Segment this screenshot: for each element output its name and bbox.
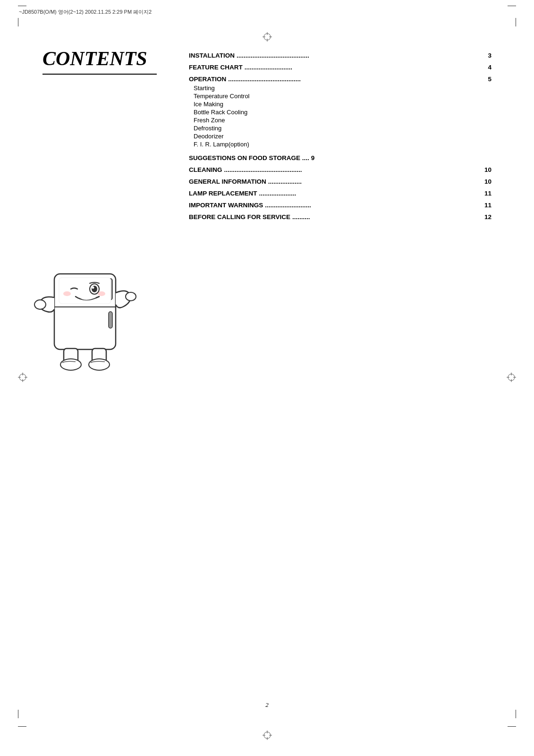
border-mark-right-top <box>516 18 516 26</box>
toc-item-defrosting: Defrosting <box>194 125 492 132</box>
toc-item-starting: Starting <box>194 85 492 92</box>
toc-dots-installation: ........................................… <box>237 52 486 59</box>
border-mark-top-right <box>508 6 516 6</box>
border-mark-left-bottom <box>18 710 18 718</box>
toc-label-general-info: GENERAL INFORMATION <box>189 178 266 185</box>
toc-label-bottle-rack: Bottle Rack Cooling <box>194 109 247 116</box>
toc-label-suggestions: SUGGESTIONS ON FOOD STORAGE .... <box>189 154 309 161</box>
toc-item-ice-making: Ice Making <box>194 101 492 108</box>
toc-label-feature-chart: FEATURE CHART <box>189 64 243 71</box>
toc-page-important-warnings: 11 <box>484 202 492 209</box>
doc-header-text: ~JD8507B(O/M) 영어(2~12) 2002.11.25 2:29 P… <box>19 8 152 16</box>
toc-label-starting: Starting <box>194 85 215 92</box>
doc-header: ~JD8507B(O/M) 영어(2~12) 2002.11.25 2:29 P… <box>19 8 515 16</box>
toc-label-installation: INSTALLATION <box>189 52 235 59</box>
toc-item-general-info: GENERAL INFORMATION ................... … <box>189 178 492 185</box>
right-crosshair <box>507 373 516 384</box>
toc-label-important-warnings: IMPORTANT WARNINGS <box>189 202 263 209</box>
toc-dots-important-warnings: .......................... <box>265 202 483 209</box>
toc-label-defrosting: Defrosting <box>194 125 221 132</box>
toc-label-fir-lamp: F. I. R. Lamp(option) <box>194 141 249 148</box>
left-crosshair <box>18 373 27 384</box>
toc-dots-lamp-replacement: ..................... <box>259 190 483 197</box>
toc-page-lamp-replacement: 11 <box>484 190 492 197</box>
toc-item-deodorizer: Deodorizer <box>194 133 492 140</box>
toc-item-lamp-replacement: LAMP REPLACEMENT ..................... 1… <box>189 190 492 197</box>
toc-item-operation: OPERATION ..............................… <box>189 76 492 83</box>
toc-page-installation: 3 <box>488 52 492 59</box>
toc-label-lamp-replacement: LAMP REPLACEMENT <box>189 190 257 197</box>
svg-point-26 <box>98 291 105 296</box>
svg-point-25 <box>63 291 71 296</box>
svg-rect-18 <box>109 312 112 328</box>
two-column-layout: CONTENTS INSTALLATION ..................… <box>42 47 492 222</box>
toc-item-before-service: BEFORE CALLING FOR SERVICE .......... 12 <box>189 213 492 221</box>
toc-item-suggestions: SUGGESTIONS ON FOOD STORAGE .... 9 <box>189 154 492 161</box>
top-crosshair <box>263 32 272 43</box>
toc-dots-cleaning: ........................................… <box>224 166 483 173</box>
toc-page-general-info: 10 <box>484 178 492 185</box>
toc-label-ice-making: Ice Making <box>194 101 223 108</box>
toc-page-cleaning: 10 <box>484 166 492 173</box>
toc-item-cleaning: CLEANING ...............................… <box>189 166 492 173</box>
toc-label-fresh-zone: Fresh Zone <box>194 117 225 124</box>
toc-label-operation: OPERATION <box>189 76 226 83</box>
svg-point-20 <box>126 292 136 301</box>
toc-page-feature-chart: 4 <box>488 64 492 71</box>
toc-column: INSTALLATION ...........................… <box>175 47 492 222</box>
toc-item-feature-chart: FEATURE CHART ..........................… <box>189 64 492 71</box>
toc-dots-feature-chart: ........................... <box>245 64 486 71</box>
border-mark-top-left <box>18 6 26 6</box>
mascot-illustration <box>28 264 156 392</box>
toc-label-before-service: BEFORE CALLING FOR SERVICE <box>189 213 290 221</box>
toc-item-temp-control: Temperature Control <box>194 93 492 100</box>
svg-point-24 <box>92 287 94 289</box>
left-column: CONTENTS <box>42 47 175 222</box>
toc-page-operation: 5 <box>488 76 492 83</box>
toc-label-temp-control: Temperature Control <box>194 93 250 100</box>
mascot-svg <box>28 264 142 387</box>
border-mark-bottom-left <box>18 726 26 727</box>
border-mark-bottom-right <box>508 726 516 727</box>
toc-page-suggestions: 9 <box>311 154 315 161</box>
border-mark-right-bottom <box>516 710 516 718</box>
toc-item-fresh-zone: Fresh Zone <box>194 117 492 124</box>
page-number: 2 <box>265 701 269 709</box>
toc-dots-general-info: ................... <box>268 178 483 185</box>
page-title: CONTENTS <box>42 47 157 75</box>
toc-item-bottle-rack: Bottle Rack Cooling <box>194 109 492 116</box>
border-mark-left-top <box>18 18 18 26</box>
bottom-crosshair <box>263 731 272 742</box>
toc-item-fir-lamp: F. I. R. Lamp(option) <box>194 141 492 148</box>
toc-dots-operation: ........................................… <box>228 76 486 83</box>
toc-page-before-service: 12 <box>484 213 492 221</box>
toc-label-cleaning: CLEANING <box>189 166 222 173</box>
toc-item-important-warnings: IMPORTANT WARNINGS .....................… <box>189 202 492 209</box>
svg-point-19 <box>34 300 46 309</box>
toc-dots-before-service: .......... <box>292 213 483 221</box>
toc-item-installation: INSTALLATION ...........................… <box>189 52 492 59</box>
toc-label-deodorizer: Deodorizer <box>194 133 224 140</box>
svg-point-29 <box>60 359 81 370</box>
svg-point-30 <box>89 359 110 370</box>
